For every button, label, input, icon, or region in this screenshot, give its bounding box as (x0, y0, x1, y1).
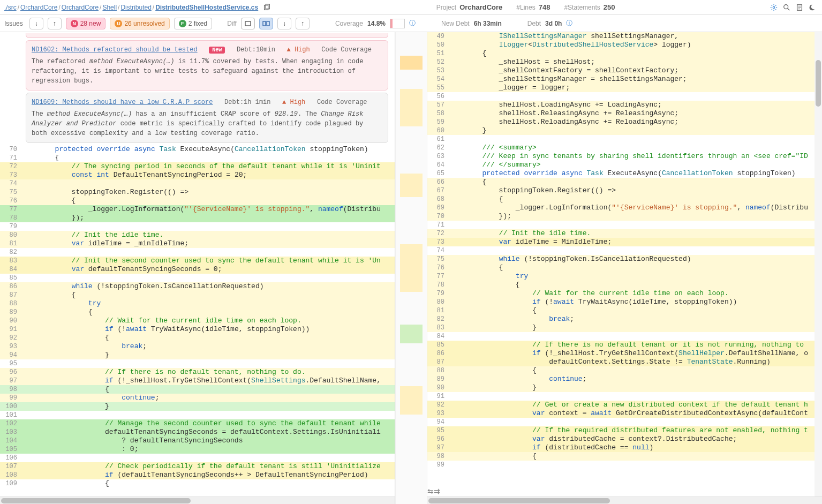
right-vertical-scrollbar[interactable] (815, 32, 822, 497)
breadcrumb-part[interactable]: ./src (4, 4, 17, 11)
breadcrumb-part[interactable]: Shell (102, 4, 117, 11)
minimap[interactable] (395, 32, 427, 504)
code-line[interactable]: 92 // Get or create a new distributed co… (427, 401, 822, 409)
unresolved-issues-badge[interactable]: U26 unresolved (110, 18, 169, 29)
code-line[interactable]: 62 /// <summary> (427, 144, 822, 152)
code-line[interactable]: 78 }); (0, 214, 395, 222)
code-line[interactable]: 56 (427, 92, 822, 101)
debt-info-icon[interactable]: ⓘ (566, 19, 572, 28)
code-line[interactable]: 94 } (0, 351, 395, 359)
code-line[interactable]: 80 // Init the idle time. (0, 231, 395, 239)
code-line[interactable]: 72 // The syncing period in seconds of t… (0, 162, 395, 171)
code-line[interactable]: 95 // If the required distributed featur… (427, 426, 822, 435)
code-line[interactable]: 94 (427, 418, 822, 426)
code-line[interactable]: 70 protected override async Task Execute… (0, 145, 395, 154)
code-line[interactable]: 60 } (427, 126, 822, 135)
code-line[interactable]: 93 var context = await GetOrCreateDistri… (427, 409, 822, 418)
code-line[interactable]: 49 IShellSettingsManager shellSettingsMa… (427, 32, 822, 41)
code-line[interactable]: 86 if (!_shellHost.TryGetShellContext(Sh… (427, 349, 822, 358)
new-issues-badge[interactable]: N28 new (66, 18, 106, 29)
code-line[interactable]: 106 (0, 454, 395, 462)
code-line[interactable]: 50 ILogger<DistributedShellHostedService… (427, 41, 822, 49)
code-line[interactable]: 73 const int DefaultTenantSyncingPeriod … (0, 171, 395, 179)
code-line[interactable]: 90 } (427, 383, 822, 392)
code-line[interactable]: 78 { (427, 281, 822, 289)
code-line[interactable]: 68 { (427, 195, 822, 204)
issue-title-link[interactable]: ND1609: Methods should have a low C.R.A.… (32, 99, 213, 106)
code-line[interactable]: 80 if (!await TryWaitAsync(idleTime, sto… (427, 298, 822, 306)
code-line[interactable]: 98 { (427, 452, 822, 461)
code-line[interactable]: 97 if (distributedCache == null) (427, 443, 822, 452)
issue-title-link[interactable]: ND1602: Methods refactored should be tes… (32, 46, 198, 54)
code-line[interactable]: 82 break; (427, 315, 822, 324)
code-line[interactable]: 87 defaultContext.Settings.State != Tena… (427, 358, 822, 366)
code-line[interactable]: 81 var idleTime = _minIdleTime; (0, 239, 395, 248)
code-line[interactable]: 103 defaultTenantSyncingSeconds = defaul… (0, 428, 395, 437)
code-line[interactable]: 66 { (427, 178, 822, 186)
code-line[interactable]: 89 { (0, 308, 395, 317)
code-line[interactable]: 87 { (0, 291, 395, 299)
sync-scroll-icons[interactable]: ⇆⇉ (427, 487, 440, 495)
diff-split-button[interactable] (259, 18, 273, 29)
issues-down-button[interactable]: ↓ (29, 18, 43, 29)
document-icon[interactable] (794, 2, 805, 13)
code-line[interactable]: 90 // Wait for the current idle time on … (0, 317, 395, 325)
code-line[interactable]: 99 continue; (0, 394, 395, 402)
code-line[interactable]: 92 { (0, 334, 395, 342)
coverage-info-icon[interactable]: ⓘ (409, 19, 416, 28)
code-line[interactable]: 70 }); (427, 212, 822, 221)
issue-card[interactable] (26, 33, 388, 38)
code-line[interactable]: 51 { (427, 49, 822, 58)
code-line[interactable]: 91 if (!await TryWaitAsync(idleTime, sto… (0, 325, 395, 334)
settings-icon[interactable] (768, 2, 779, 13)
code-line[interactable]: 81 { (427, 306, 822, 315)
code-line[interactable]: 101 (0, 411, 395, 419)
code-line[interactable]: 54 _shellSettingsManager = shellSettings… (427, 75, 822, 84)
code-line[interactable]: 83 // Init the second counter used to sy… (0, 257, 395, 265)
code-line[interactable]: 76 { (427, 264, 822, 272)
diff-down-button[interactable]: ↓ (277, 18, 291, 29)
code-line[interactable]: 74 (427, 246, 822, 255)
code-line[interactable]: 107 // Check periodically if the default… (0, 462, 395, 471)
code-line[interactable]: 79 (0, 222, 395, 231)
issue-card[interactable]: ND1602: Methods refactored should be tes… (26, 40, 388, 91)
right-horizontal-scrollbar[interactable] (427, 497, 822, 504)
code-line[interactable]: 85 (0, 274, 395, 282)
code-line[interactable]: 72 // Init the idle time. (427, 229, 822, 238)
code-line[interactable]: 96 // If there is no default tenant, not… (0, 368, 395, 377)
code-line[interactable]: 79 // Wait for the current idle time on … (427, 289, 822, 298)
code-line[interactable]: 67 stoppingToken.Register(() => (427, 186, 822, 195)
code-line[interactable]: 88 { (427, 366, 822, 375)
code-line[interactable]: 74 (0, 179, 395, 188)
code-line[interactable]: 77 try (427, 272, 822, 281)
diff-up-button[interactable]: ↑ (296, 18, 310, 29)
code-line[interactable]: 102 // Manage the second counter used to… (0, 419, 395, 428)
code-line[interactable]: 96 var distributedCache = context?.Distr… (427, 435, 822, 443)
code-line[interactable]: 88 try (0, 299, 395, 308)
breadcrumb-current[interactable]: DistributedShellHostedService.cs (155, 4, 258, 11)
code-line[interactable]: 77 _logger.LogInformation("'{ServiceName… (0, 205, 395, 214)
code-line[interactable]: 58 shellHost.ReleasingAsync += Releasing… (427, 109, 822, 118)
code-line[interactable]: 84 var defaultTenantSyncingSeconds = 0; (0, 265, 395, 274)
code-line[interactable]: 83 } (427, 324, 822, 332)
diff-single-button[interactable] (241, 18, 255, 29)
right-code-area[interactable]: 49 IShellSettingsManager shellSettingsMa… (427, 32, 822, 497)
code-line[interactable]: 93 break; (0, 342, 395, 351)
code-line[interactable]: 52 _shellHost = shellHost; (427, 58, 822, 66)
code-line[interactable]: 61 (427, 135, 822, 144)
code-line[interactable]: 100 } (0, 402, 395, 411)
breadcrumb-part[interactable]: OrchardCore (62, 4, 99, 11)
code-line[interactable]: 109 { (0, 479, 395, 488)
breadcrumb-part[interactable]: Distributed (120, 4, 151, 11)
code-line[interactable]: 57 shellHost.LoadingAsync += LoadingAsyn… (427, 101, 822, 109)
code-line[interactable]: 55 _logger = logger; (427, 84, 822, 92)
code-line[interactable]: 84 (427, 332, 822, 341)
issue-card[interactable]: ND1609: Methods should have a low C.R.A.… (26, 93, 388, 143)
dark-mode-icon[interactable] (807, 2, 818, 13)
code-line[interactable]: 104 ? defaultTenantSyncingSeconds (0, 437, 395, 445)
fixed-issues-badge[interactable]: F2 fixed (174, 18, 212, 29)
search-icon[interactable] (781, 2, 792, 13)
left-horizontal-scrollbar[interactable] (0, 497, 395, 504)
code-line[interactable]: 95 (0, 359, 395, 368)
code-line[interactable]: 69 _logger.LogInformation("'{ServiceName… (427, 204, 822, 212)
